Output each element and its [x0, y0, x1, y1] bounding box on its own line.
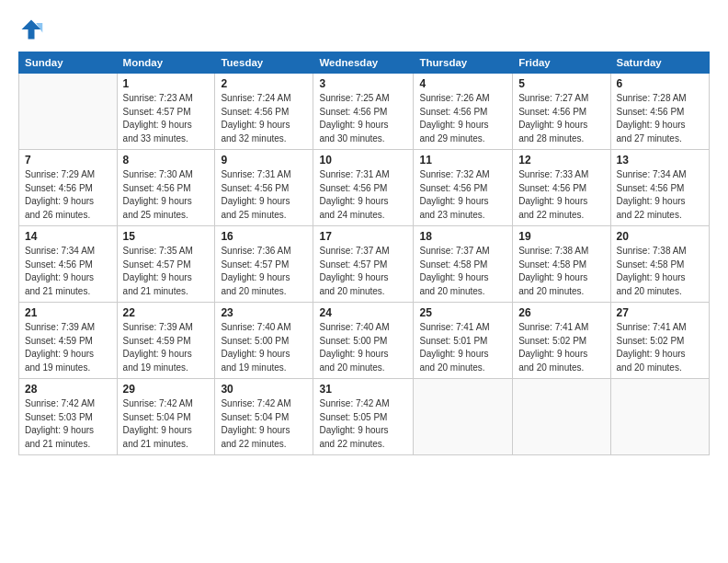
col-header-tuesday: Tuesday: [215, 52, 313, 74]
day-info: Sunrise: 7:40 AM Sunset: 5:00 PM Dayligh…: [319, 321, 407, 374]
day-number: 15: [123, 230, 210, 243]
week-row-3: 14Sunrise: 7:34 AM Sunset: 4:56 PM Dayli…: [19, 226, 710, 303]
day-number: 12: [518, 154, 604, 167]
col-header-thursday: Thursday: [414, 52, 513, 74]
calendar-cell: 10Sunrise: 7:31 AM Sunset: 4:56 PM Dayli…: [313, 150, 414, 226]
week-row-2: 7Sunrise: 7:29 AM Sunset: 4:56 PM Daylig…: [19, 150, 710, 226]
col-header-wednesday: Wednesday: [313, 52, 414, 74]
calendar-cell: 2Sunrise: 7:24 AM Sunset: 4:56 PM Daylig…: [215, 74, 313, 150]
calendar-cell: 12Sunrise: 7:33 AM Sunset: 4:56 PM Dayli…: [513, 150, 610, 226]
day-info: Sunrise: 7:32 AM Sunset: 4:56 PM Dayligh…: [419, 168, 506, 222]
day-info: Sunrise: 7:42 AM Sunset: 5:04 PM Dayligh…: [123, 397, 210, 451]
day-info: Sunrise: 7:35 AM Sunset: 4:57 PM Dayligh…: [123, 245, 210, 298]
calendar-cell: 13Sunrise: 7:34 AM Sunset: 4:56 PM Dayli…: [610, 150, 709, 226]
day-number: 22: [123, 306, 210, 319]
page: SundayMondayTuesdayWednesdayThursdayFrid…: [0, 0, 728, 563]
calendar-cell: 9Sunrise: 7:31 AM Sunset: 4:56 PM Daylig…: [215, 150, 313, 226]
day-number: 23: [221, 306, 307, 319]
calendar-cell: 29Sunrise: 7:42 AM Sunset: 5:04 PM Dayli…: [117, 379, 215, 455]
calendar-cell: 11Sunrise: 7:32 AM Sunset: 4:56 PM Dayli…: [414, 150, 513, 226]
calendar-cell: 7Sunrise: 7:29 AM Sunset: 4:56 PM Daylig…: [19, 150, 118, 226]
logo-icon: [18, 17, 44, 42]
col-header-friday: Friday: [513, 52, 610, 74]
day-number: 27: [617, 306, 703, 319]
day-number: 8: [123, 154, 210, 167]
day-number: 21: [25, 306, 111, 319]
calendar-cell: 25Sunrise: 7:41 AM Sunset: 5:01 PM Dayli…: [414, 303, 513, 379]
week-row-1: 1Sunrise: 7:23 AM Sunset: 4:57 PM Daylig…: [19, 74, 710, 150]
day-info: Sunrise: 7:41 AM Sunset: 5:02 PM Dayligh…: [518, 321, 604, 374]
day-info: Sunrise: 7:37 AM Sunset: 4:57 PM Dayligh…: [319, 245, 407, 298]
day-info: Sunrise: 7:34 AM Sunset: 4:56 PM Dayligh…: [25, 245, 111, 298]
calendar-cell: 28Sunrise: 7:42 AM Sunset: 5:03 PM Dayli…: [19, 379, 118, 455]
calendar-cell: 27Sunrise: 7:41 AM Sunset: 5:02 PM Dayli…: [610, 303, 709, 379]
calendar-cell: 5Sunrise: 7:27 AM Sunset: 4:56 PM Daylig…: [513, 74, 610, 150]
day-number: 16: [221, 230, 307, 243]
day-info: Sunrise: 7:36 AM Sunset: 4:57 PM Dayligh…: [221, 245, 307, 298]
day-number: 26: [518, 306, 604, 319]
day-number: 25: [419, 306, 506, 319]
day-number: 5: [518, 77, 604, 90]
day-number: 29: [123, 383, 210, 396]
day-info: Sunrise: 7:41 AM Sunset: 5:02 PM Dayligh…: [617, 321, 703, 374]
day-number: 28: [25, 383, 111, 396]
calendar-cell: 1Sunrise: 7:23 AM Sunset: 4:57 PM Daylig…: [117, 74, 215, 150]
day-info: Sunrise: 7:26 AM Sunset: 4:56 PM Dayligh…: [419, 92, 506, 145]
day-info: Sunrise: 7:42 AM Sunset: 5:04 PM Dayligh…: [221, 397, 307, 451]
calendar-cell: [610, 379, 709, 455]
week-row-5: 28Sunrise: 7:42 AM Sunset: 5:03 PM Dayli…: [19, 379, 710, 455]
calendar-cell: [414, 379, 513, 455]
calendar-cell: 21Sunrise: 7:39 AM Sunset: 4:59 PM Dayli…: [19, 303, 118, 379]
calendar-cell: 17Sunrise: 7:37 AM Sunset: 4:57 PM Dayli…: [313, 226, 414, 303]
calendar-cell: 18Sunrise: 7:37 AM Sunset: 4:58 PM Dayli…: [414, 226, 513, 303]
day-info: Sunrise: 7:24 AM Sunset: 4:56 PM Dayligh…: [221, 92, 307, 145]
day-number: 10: [319, 154, 407, 167]
day-number: 9: [221, 154, 307, 167]
day-number: 7: [25, 154, 111, 167]
calendar-cell: 22Sunrise: 7:39 AM Sunset: 4:59 PM Dayli…: [117, 303, 215, 379]
calendar-cell: 14Sunrise: 7:34 AM Sunset: 4:56 PM Dayli…: [19, 226, 118, 303]
day-number: 4: [419, 77, 506, 90]
calendar-cell: [513, 379, 610, 455]
day-number: 17: [319, 230, 407, 243]
calendar-table: SundayMondayTuesdayWednesdayThursdayFrid…: [18, 52, 710, 455]
day-number: 30: [221, 383, 307, 396]
calendar-cell: 6Sunrise: 7:28 AM Sunset: 4:56 PM Daylig…: [610, 74, 709, 150]
svg-marker-0: [22, 20, 41, 40]
day-info: Sunrise: 7:39 AM Sunset: 4:59 PM Dayligh…: [123, 321, 210, 374]
day-number: 24: [319, 306, 407, 319]
day-number: 1: [123, 77, 210, 90]
day-number: 20: [617, 230, 703, 243]
day-info: Sunrise: 7:34 AM Sunset: 4:56 PM Dayligh…: [617, 168, 703, 222]
day-info: Sunrise: 7:33 AM Sunset: 4:56 PM Dayligh…: [518, 168, 604, 222]
calendar-cell: 20Sunrise: 7:38 AM Sunset: 4:58 PM Dayli…: [610, 226, 709, 303]
day-number: 2: [221, 77, 307, 90]
col-header-monday: Monday: [117, 52, 215, 74]
day-info: Sunrise: 7:28 AM Sunset: 4:56 PM Dayligh…: [617, 92, 703, 145]
day-number: 13: [617, 154, 703, 167]
day-info: Sunrise: 7:38 AM Sunset: 4:58 PM Dayligh…: [518, 245, 604, 298]
day-info: Sunrise: 7:37 AM Sunset: 4:58 PM Dayligh…: [419, 245, 506, 298]
day-number: 19: [518, 230, 604, 243]
calendar-cell: 15Sunrise: 7:35 AM Sunset: 4:57 PM Dayli…: [117, 226, 215, 303]
calendar-cell: 24Sunrise: 7:40 AM Sunset: 5:00 PM Dayli…: [313, 303, 414, 379]
calendar-cell: [19, 74, 118, 150]
day-number: 11: [419, 154, 506, 167]
week-row-4: 21Sunrise: 7:39 AM Sunset: 4:59 PM Dayli…: [19, 303, 710, 379]
calendar-cell: 19Sunrise: 7:38 AM Sunset: 4:58 PM Dayli…: [513, 226, 610, 303]
day-info: Sunrise: 7:40 AM Sunset: 5:00 PM Dayligh…: [221, 321, 307, 374]
day-info: Sunrise: 7:31 AM Sunset: 4:56 PM Dayligh…: [319, 168, 407, 222]
day-number: 31: [319, 383, 407, 396]
col-header-saturday: Saturday: [610, 52, 709, 74]
col-header-sunday: Sunday: [19, 52, 118, 74]
day-number: 14: [25, 230, 111, 243]
calendar-cell: 4Sunrise: 7:26 AM Sunset: 4:56 PM Daylig…: [414, 74, 513, 150]
calendar-cell: 16Sunrise: 7:36 AM Sunset: 4:57 PM Dayli…: [215, 226, 313, 303]
day-number: 6: [617, 77, 703, 90]
day-info: Sunrise: 7:29 AM Sunset: 4:56 PM Dayligh…: [25, 168, 111, 222]
day-info: Sunrise: 7:38 AM Sunset: 4:58 PM Dayligh…: [617, 245, 703, 298]
calendar-header-row: SundayMondayTuesdayWednesdayThursdayFrid…: [19, 52, 710, 74]
calendar-cell: 31Sunrise: 7:42 AM Sunset: 5:05 PM Dayli…: [313, 379, 414, 455]
day-info: Sunrise: 7:23 AM Sunset: 4:57 PM Dayligh…: [123, 92, 210, 145]
logo: [18, 17, 48, 42]
